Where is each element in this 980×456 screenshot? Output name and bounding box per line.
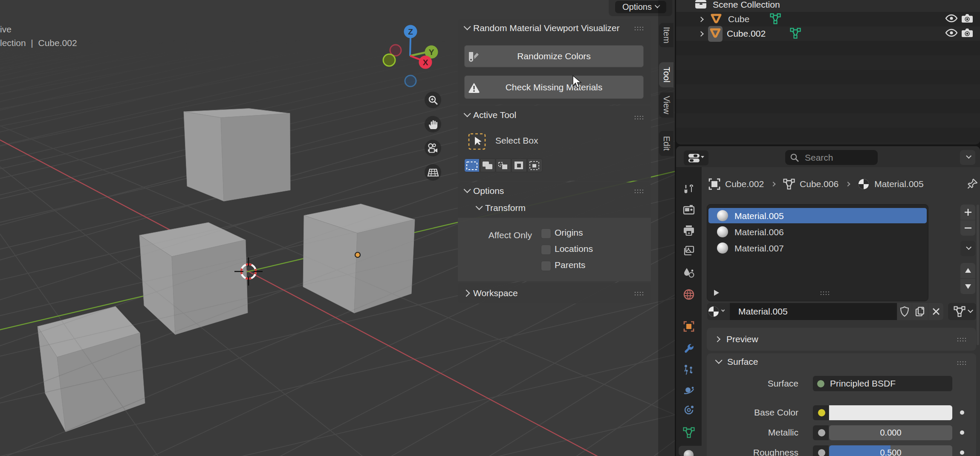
svg-text:Y: Y — [429, 48, 434, 57]
svg-text:Z: Z — [408, 27, 413, 36]
svg-text:X: X — [423, 58, 428, 67]
